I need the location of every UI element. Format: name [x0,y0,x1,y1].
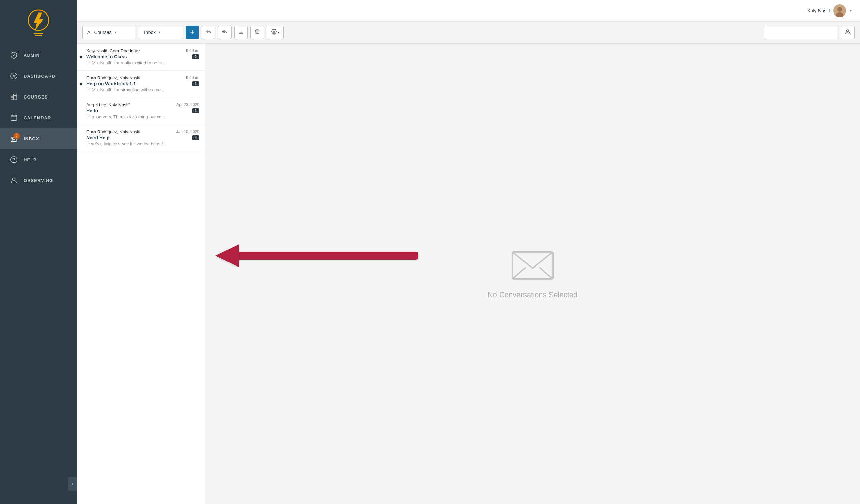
message-count: 1 [192,81,200,86]
message-participants: Kaly Nasiff, Cora Rodriguez [86,48,183,53]
sidebar-item-help[interactable]: HELP [0,149,77,170]
svg-point-5 [14,76,15,77]
message-time: Jan 10, 2020 [176,129,200,134]
inbox-filter-dropdown[interactable]: Inbox ▾ [139,26,183,39]
svg-marker-21 [215,244,239,267]
message-count: 2 [192,54,200,59]
sidebar-item-admin-label: ADMIN [24,53,40,58]
message-subject: Welcome to Class [86,54,192,59]
download-button[interactable] [234,26,248,39]
course-filter-value: All Courses [87,30,112,35]
message-subject: Need Help [86,135,192,140]
inbox-badge: 2 [14,133,19,139]
sidebar-item-observing[interactable]: OBSERVING [0,170,77,191]
message-participants: Angel Lee, Kaly Nasiff [86,102,173,107]
gear-icon [271,29,277,36]
app-logo-icon [27,10,50,36]
sidebar-item-dashboard[interactable]: DASHBOARD [0,65,77,86]
svg-point-15 [837,7,842,12]
message-participants: Cora Rodriguez, Kaly Nasiff [86,75,183,80]
message-item-4[interactable]: Cora Rodriguez, Kaly Nasiff Jan 10, 2020… [77,124,205,151]
svg-rect-2 [34,33,43,34]
user-menu-chevron-icon: ▾ [849,8,852,13]
inbox-toolbar: All Courses ▾ Inbox ▾ + [77,21,860,44]
download-icon [238,29,244,36]
svg-marker-1 [34,13,43,31]
svg-point-13 [13,178,15,180]
sidebar-item-admin[interactable]: ADMIN [0,45,77,65]
sidebar-nav: ADMIN DASHBOARD COURSES CALENDAR [0,45,77,191]
message-item-3[interactable]: Angel Lee, Kaly Nasiff Apr 23, 2020 Hell… [77,98,205,124]
compose-button[interactable]: + [186,26,199,39]
svg-point-17 [273,31,275,33]
reply-all-button[interactable] [218,26,231,39]
arrow-icon [215,243,425,267]
courses-icon [10,92,18,101]
calendar-icon [10,113,18,122]
sidebar-item-dashboard-label: DASHBOARD [24,74,55,79]
compose-plus-icon: + [190,28,195,37]
sidebar-item-help-label: HELP [24,157,37,162]
message-participants: Cora Rodriguez, Kaly Nasiff [86,129,173,134]
sidebar-item-observing-label: OBSERVING [24,178,53,183]
unread-indicator [80,56,82,58]
message-list: Kaly Nasiff, Cora Rodriguez 9:49am Welco… [77,44,205,504]
no-conversations-text: No Conversations Selected [488,291,578,299]
shield-icon [10,50,18,59]
svg-point-12 [11,157,17,163]
svg-point-19 [848,32,850,34]
reply-all-icon [222,29,228,36]
message-item-2[interactable]: Cora Rodriguez, Kaly Nasiff 9:46am Help … [77,71,205,98]
sidebar-item-courses[interactable]: COURSES [0,86,77,107]
svg-rect-7 [11,98,13,100]
sidebar-item-calendar[interactable]: CALENDAR [0,107,77,128]
unread-indicator [80,83,82,85]
svg-line-24 [539,267,553,279]
message-pane: No Conversations Selected [205,44,860,504]
user-name: Kaly Nasiff [807,8,830,14]
message-preview: Hi Ms. Nasiff, I'm struggling with some … [86,87,200,92]
svg-point-18 [846,30,848,32]
inbox-filter-chevron-icon: ▾ [158,30,160,35]
dashboard-icon [10,72,18,80]
course-filter-dropdown[interactable]: All Courses ▾ [82,26,137,39]
message-subject: Hello [86,108,192,113]
header: Kaly Nasiff ▾ [77,0,860,21]
message-count: 4 [192,135,200,140]
settings-button[interactable]: ▾ [267,26,284,39]
search-box[interactable] [764,26,838,39]
message-preview: Here's a link, let's see if it works: ht… [86,142,200,146]
svg-rect-9 [14,96,16,100]
sidebar-item-calendar-label: CALENDAR [24,115,51,120]
search-person-button[interactable] [841,26,855,39]
reply-icon [205,29,212,36]
message-time: Apr 23, 2020 [176,102,200,107]
content-area: Kaly Nasiff, Cora Rodriguez 9:49am Welco… [77,44,860,504]
delete-button[interactable] [250,26,264,39]
message-preview: Hi Ms. Nasiff, I'm really excited to be … [86,60,200,65]
sidebar-collapse-button[interactable]: ‹ [68,477,77,490]
reply-button[interactable] [202,26,215,39]
message-preview: Hi observers, Thanks for joining our co.… [86,114,200,119]
course-filter-chevron-icon: ▾ [114,30,116,35]
settings-chevron-icon: ▾ [278,31,280,34]
message-item-1[interactable]: Kaly Nasiff, Cora Rodriguez 9:49am Welco… [77,44,205,71]
svg-rect-3 [35,35,42,36]
help-icon [10,155,18,164]
sidebar-item-inbox-label: INBOX [24,136,39,142]
logo-container [0,0,77,45]
avatar [833,4,846,17]
person-search-icon [845,29,851,36]
chevron-left-icon: ‹ [72,481,73,487]
sidebar: ADMIN DASHBOARD COURSES CALENDAR [0,0,77,504]
search-input[interactable] [768,30,835,35]
svg-rect-8 [14,94,16,96]
user-menu[interactable]: Kaly Nasiff ▾ [807,4,852,17]
svg-rect-10 [11,115,17,121]
inbox-filter-value: Inbox [144,30,156,35]
svg-rect-20 [235,252,418,260]
message-count: 1 [192,108,200,113]
message-subject: Help on Workbook 1.1 [86,81,192,86]
trash-icon [254,29,260,36]
sidebar-item-inbox[interactable]: 2 INBOX [0,128,77,149]
